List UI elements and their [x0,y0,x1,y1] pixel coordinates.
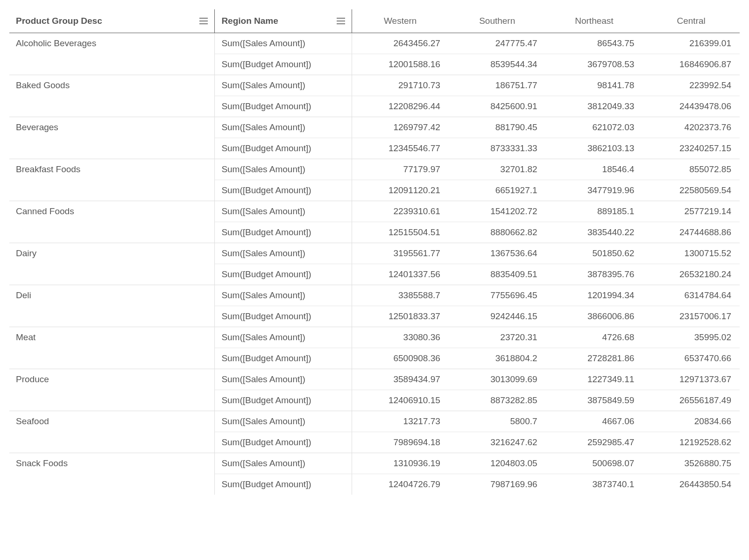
hamburger-icon[interactable] [199,18,208,24]
data-cell: 8733331.33 [449,138,546,159]
measure-cell: Sum([Budget Amount]) [215,222,352,243]
table-row: ProduceSum([Sales Amount])3589434.973013… [9,369,740,390]
product-group: DairySum([Sales Amount])3195561.77136753… [9,243,740,285]
data-cell: 3589434.97 [352,369,449,390]
table-row: BeveragesSum([Sales Amount])1269797.4288… [9,117,740,138]
data-cell: 186751.77 [449,75,546,96]
measure-cell: Sum([Budget Amount]) [215,306,352,327]
product-cell: Baked Goods [9,75,215,117]
data-cell: 3875849.59 [546,390,643,411]
product-cell: Beverages [9,117,215,159]
header-product-group[interactable]: Product Group Desc [9,9,215,33]
measure-cell: Sum([Sales Amount]) [215,75,352,96]
data-cell: 86543.75 [546,33,643,54]
measure-cell: Sum([Budget Amount]) [215,54,352,75]
data-cell: 6537470.66 [643,348,740,369]
data-cell: 500698.07 [546,453,643,474]
data-cell: 1269797.42 [352,117,449,138]
product-cell: Alcoholic Beverages [9,33,215,75]
data-cell: 18546.4 [546,159,643,180]
product-group: SeafoodSum([Sales Amount])13217.735800.7… [9,411,740,453]
data-cell: 7987169.96 [449,474,546,495]
measure-cell: Sum([Sales Amount]) [215,453,352,474]
measure-cell: Sum([Budget Amount]) [215,96,352,117]
table-row: Baked GoodsSum([Sales Amount])291710.731… [9,75,740,96]
data-cell: 291710.73 [352,75,449,96]
header-region-northeast[interactable]: Northeast [546,9,643,33]
data-cell: 621072.03 [546,117,643,138]
data-cell: 5800.7 [449,411,546,432]
data-cell: 4667.06 [546,411,643,432]
data-cell: 32701.82 [449,159,546,180]
data-cell: 1541202.72 [449,201,546,222]
measure-cell: Sum([Sales Amount]) [215,369,352,390]
data-cell: 23720.31 [449,327,546,348]
table-row: SeafoodSum([Sales Amount])13217.735800.7… [9,411,740,432]
data-cell: 247775.47 [449,33,546,54]
data-cell: 12091120.21 [352,180,449,201]
product-cell: Deli [9,285,215,327]
measure-cell: Sum([Sales Amount]) [215,33,352,54]
data-cell: 3618804.2 [449,348,546,369]
data-cell: 12401337.56 [352,264,449,285]
hamburger-icon[interactable] [337,18,345,24]
data-cell: 12404726.79 [352,474,449,495]
data-cell: 223992.54 [643,75,740,96]
table-row: DeliSum([Sales Amount])3385588.77755696.… [9,285,740,306]
header-region-name[interactable]: Region Name [215,9,352,33]
measure-cell: Sum([Sales Amount]) [215,285,352,306]
measure-cell: Sum([Budget Amount]) [215,138,352,159]
data-cell: 26556187.49 [643,390,740,411]
data-cell: 8425600.91 [449,96,546,117]
data-cell: 8835409.51 [449,264,546,285]
table-row: DairySum([Sales Amount])3195561.77136753… [9,243,740,264]
data-cell: 1300715.52 [643,243,740,264]
measure-cell: Sum([Budget Amount]) [215,348,352,369]
header-region-western[interactable]: Western [352,9,449,33]
data-cell: 3873740.1 [546,474,643,495]
product-cell: Meat [9,327,215,369]
header-product-group-label: Product Group Desc [16,16,102,26]
product-cell: Dairy [9,243,215,285]
data-cell: 12515504.51 [352,222,449,243]
data-cell: 3385588.7 [352,285,449,306]
product-group: DeliSum([Sales Amount])3385588.77755696.… [9,285,740,327]
header-region-southern[interactable]: Southern [449,9,546,33]
data-cell: 3216247.62 [449,432,546,453]
product-cell: Seafood [9,411,215,453]
measure-cell: Sum([Budget Amount]) [215,474,352,495]
measure-cell: Sum([Sales Amount]) [215,411,352,432]
data-cell: 7989694.18 [352,432,449,453]
data-cell: 3862103.13 [546,138,643,159]
table-row: Alcoholic BeveragesSum([Sales Amount])26… [9,33,740,54]
data-cell: 6651927.1 [449,180,546,201]
data-cell: 12208296.44 [352,96,449,117]
data-cell: 2728281.86 [546,348,643,369]
product-cell: Produce [9,369,215,411]
data-cell: 1367536.64 [449,243,546,264]
measure-cell: Sum([Budget Amount]) [215,264,352,285]
data-cell: 3195561.77 [352,243,449,264]
product-group: Alcoholic BeveragesSum([Sales Amount])26… [9,33,740,75]
measure-cell: Sum([Budget Amount]) [215,432,352,453]
data-cell: 2577219.14 [643,201,740,222]
data-cell: 24439478.06 [643,96,740,117]
data-cell: 3526880.75 [643,453,740,474]
header-region-central[interactable]: Central [643,9,740,33]
data-cell: 4202373.76 [643,117,740,138]
product-group: MeatSum([Sales Amount])33080.3623720.314… [9,327,740,369]
data-cell: 23240257.15 [643,138,740,159]
data-cell: 24744688.86 [643,222,740,243]
data-cell: 3477919.96 [546,180,643,201]
data-cell: 889185.1 [546,201,643,222]
data-cell: 855072.85 [643,159,740,180]
product-cell: Snack Foods [9,453,215,495]
data-cell: 20834.66 [643,411,740,432]
measure-cell: Sum([Budget Amount]) [215,390,352,411]
data-cell: 3013099.69 [449,369,546,390]
data-cell: 6314784.64 [643,285,740,306]
data-cell: 12001588.16 [352,54,449,75]
product-group: ProduceSum([Sales Amount])3589434.973013… [9,369,740,411]
measure-cell: Sum([Sales Amount]) [215,117,352,138]
data-cell: 9242446.15 [449,306,546,327]
